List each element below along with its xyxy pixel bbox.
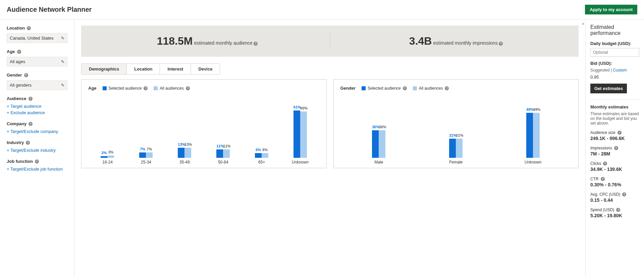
help-icon[interactable]: ? <box>27 26 31 30</box>
gender-field[interactable]: All genders ✎ <box>7 80 67 90</box>
category-label: Unknown <box>525 160 541 165</box>
tab-location[interactable]: Location <box>127 64 160 74</box>
bar-group: 11%11%50-64 <box>204 107 243 165</box>
bar[interactable]: 2% <box>101 107 107 158</box>
bar-value-label: 13% <box>184 142 191 146</box>
bar[interactable]: 60% <box>300 107 307 158</box>
tab-demographics[interactable]: Demographics <box>82 64 127 74</box>
help-icon[interactable]: ? <box>17 50 21 54</box>
bid-value: 0.95 <box>590 75 639 80</box>
sidebar-industry: Industry? + Target/Exclude industry <box>7 140 67 153</box>
bar[interactable]: 13% <box>178 107 184 158</box>
help-icon[interactable]: ? <box>445 86 449 90</box>
stat-audience-size: Audience size? 249.1K - 996.6K <box>590 130 639 141</box>
pencil-icon[interactable]: ✎ <box>61 59 64 64</box>
bar-value-label: 60% <box>300 106 307 110</box>
help-icon[interactable]: ? <box>29 97 33 101</box>
stat-audience: 118.5Mestimated monthly audience ? <box>157 35 258 47</box>
help-icon[interactable]: ? <box>603 161 607 166</box>
bar[interactable]: 61% <box>293 107 300 158</box>
bar-value-label: 21% <box>456 133 463 137</box>
bar-group: 30%30%Male <box>340 107 418 165</box>
stat-value: 0.30% - 0.76% <box>590 182 639 187</box>
bar[interactable]: 13% <box>184 107 191 158</box>
monthly-estimates-desc: These estimates are based on the budget … <box>590 111 639 126</box>
location-value: Canada, United States <box>10 36 54 41</box>
bar[interactable]: 30% <box>372 107 379 158</box>
legend-selected: Selected audience ? <box>103 86 148 91</box>
sidebar: Location? Canada, United States ✎ Age? A… <box>0 19 74 277</box>
chevron-right-icon[interactable]: › <box>582 21 584 26</box>
gender-value: All genders <box>10 83 32 88</box>
pencil-icon[interactable]: ✎ <box>61 83 64 88</box>
swatch-all-icon <box>154 86 158 90</box>
help-icon[interactable]: ? <box>254 42 258 46</box>
bar[interactable]: 6% <box>255 107 262 158</box>
summary-banner: 118.5Mestimated monthly audience ? 3.4Be… <box>81 26 579 57</box>
target-audience-link[interactable]: + Target audience <box>7 104 67 109</box>
target-exclude-company-link[interactable]: + Target/Exclude company <box>7 129 67 134</box>
legend-selected: Selected audience ? <box>362 86 407 91</box>
category-label: 18-24 <box>102 160 113 165</box>
tab-device[interactable]: Device <box>191 64 220 74</box>
help-icon[interactable]: ? <box>618 131 622 135</box>
bar[interactable]: 11% <box>216 107 223 158</box>
help-icon[interactable]: ? <box>622 192 626 196</box>
category-label: Male <box>374 160 383 165</box>
apply-to-account-button[interactable]: Apply to my account <box>585 5 637 14</box>
main-layout: Location? Canada, United States ✎ Age? A… <box>0 19 644 277</box>
stat-spend: Spend (USD)? 5.20K - 19.80K <box>590 207 639 218</box>
bar[interactable]: 21% <box>449 107 456 158</box>
bar[interactable]: 21% <box>456 107 463 158</box>
help-icon[interactable]: ? <box>616 208 620 212</box>
help-icon[interactable]: ? <box>24 73 28 77</box>
age-field[interactable]: All ages ✎ <box>7 57 67 66</box>
chart-gender-title: Gender <box>340 86 356 91</box>
location-label: Location <box>7 26 25 31</box>
help-icon[interactable]: ? <box>403 86 407 90</box>
bar-value-label: 6% <box>255 148 262 152</box>
target-exclude-jobfunction-link[interactable]: + Target/Exclude job function <box>7 167 67 172</box>
bar[interactable]: 3% <box>107 107 114 158</box>
bar-group: 49%49%Unknown <box>494 107 572 165</box>
bar[interactable]: 7% <box>146 107 153 158</box>
help-icon[interactable]: ? <box>186 86 190 90</box>
help-icon[interactable]: ? <box>614 146 618 150</box>
help-icon[interactable]: ? <box>499 42 503 46</box>
category-label: Female <box>449 160 463 165</box>
topbar: Audience Network Planner Apply to my acc… <box>0 0 644 19</box>
location-field[interactable]: Canada, United States ✎ <box>7 33 67 43</box>
exclude-audience-link[interactable]: + Exclude audience <box>7 110 67 115</box>
audience-sublabel: estimated monthly audience <box>194 40 252 46</box>
help-icon[interactable]: ? <box>601 177 605 181</box>
chart-age: Age Selected audience ? All audiences ? … <box>81 79 327 168</box>
pencil-icon[interactable]: ✎ <box>61 36 64 41</box>
legend-all-label: All audiences <box>419 86 443 91</box>
help-icon[interactable]: ? <box>35 159 39 164</box>
tab-interest[interactable]: Interest <box>160 64 191 74</box>
stat-label: CTR <box>590 177 599 181</box>
gender-bar-area: 30%30%Male21%21%Female49%49%Unknown <box>340 97 572 165</box>
bar[interactable]: 6% <box>262 107 268 158</box>
target-exclude-industry-link[interactable]: + Target/Exclude industry <box>7 148 67 153</box>
bar[interactable]: 30% <box>379 107 385 158</box>
daily-budget-input[interactable] <box>590 48 639 57</box>
legend-all: All audiences ? <box>413 86 449 91</box>
right-panel: › Estimated performance Daily budget (US… <box>585 19 644 277</box>
bar-value-label: 30% <box>372 125 379 129</box>
bar[interactable]: 7% <box>139 107 146 158</box>
stat-value: 34.9K - 139.6K <box>590 167 639 172</box>
bar[interactable]: 11% <box>223 107 230 158</box>
get-estimates-button[interactable]: Get estimates <box>590 84 627 93</box>
stat-value: 0.15 - 0.44 <box>590 197 639 203</box>
bar-value-label: 11% <box>216 144 223 148</box>
bid-custom-link[interactable]: Custom <box>613 68 627 73</box>
bar[interactable]: 49% <box>526 107 533 158</box>
bar-group: 21%21%Female <box>417 107 494 165</box>
help-icon[interactable]: ? <box>29 122 33 126</box>
help-icon[interactable]: ? <box>144 86 148 90</box>
bar[interactable]: 49% <box>533 107 540 158</box>
bid-suggested: Suggested <box>590 68 609 73</box>
help-icon[interactable]: ? <box>26 141 30 145</box>
daily-budget-label: Daily budget (USD): <box>590 41 639 46</box>
